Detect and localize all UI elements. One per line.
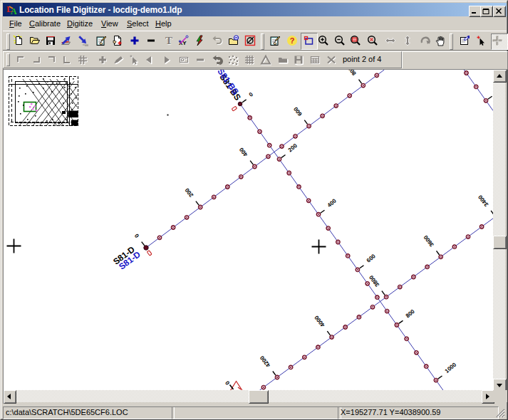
svg-text:200: 200 (287, 142, 299, 154)
svg-text:400: 400 (326, 197, 338, 209)
svg-text:?: ? (290, 36, 295, 45)
svg-text:0: 0 (248, 91, 255, 98)
svg-text:1000: 1000 (444, 361, 458, 374)
svg-text:3400: 3400 (477, 194, 489, 208)
svg-text:3600: 3600 (423, 233, 435, 248)
svg-text:600: 600 (292, 105, 304, 117)
svg-text:200: 200 (184, 187, 195, 198)
svg-text:800: 800 (346, 70, 358, 77)
svg-text:0: 0 (133, 232, 140, 238)
svg-text:3800: 3800 (368, 274, 380, 288)
svg-text:600: 600 (366, 253, 377, 264)
svg-text:A: A (11, 6, 17, 15)
svg-text:4000: 4000 (313, 314, 326, 328)
svg-text:400: 400 (238, 146, 249, 157)
svg-text:800: 800 (405, 308, 416, 320)
svg-text:T: T (165, 35, 172, 46)
svg-text:4200: 4200 (259, 354, 271, 368)
